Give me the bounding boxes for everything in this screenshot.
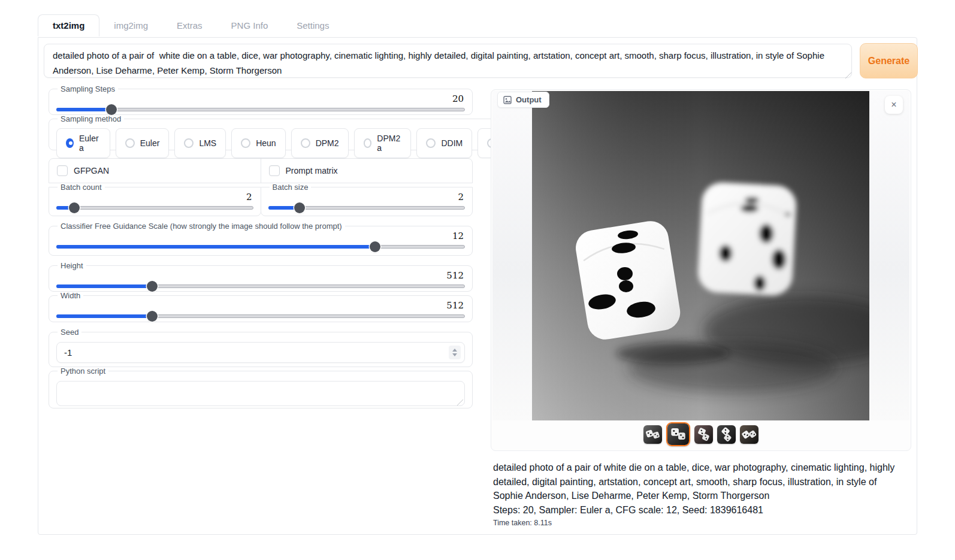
height-slider[interactable] [56, 281, 465, 292]
slider-thumb[interactable] [370, 241, 380, 252]
close-icon[interactable]: × [885, 96, 903, 114]
sampling-method-label: Sampling method [58, 114, 124, 123]
radio-dpm2-a[interactable]: DPM2 a [354, 128, 412, 158]
tab-img2img[interactable]: img2img [99, 15, 162, 36]
width-value: 512 [446, 300, 464, 311]
caption-prompt: detailed photo of a pair of white die on… [493, 461, 908, 503]
gallery-right-pad [869, 91, 909, 420]
radio-label: DPM2 [316, 138, 339, 148]
output-image[interactable] [532, 91, 869, 420]
radio-label: Euler [140, 138, 160, 148]
radio-icon[interactable] [241, 138, 250, 148]
gallery-left-pad [492, 91, 532, 420]
radio-lms[interactable]: LMS [174, 128, 226, 158]
thumbnail-3[interactable] [694, 425, 713, 444]
gfpgan-label: GFPGAN [74, 166, 109, 175]
slider-thumb[interactable] [294, 202, 305, 213]
image-icon [503, 96, 512, 104]
radio-euler[interactable]: Euler [116, 128, 170, 158]
tab-bar: txt2img img2img Extras PNG Info Settings [38, 14, 343, 36]
radio-dpm2[interactable]: DPM2 [291, 128, 349, 158]
radio-label: DDIM [441, 138, 463, 148]
cfg-scale-value: 12 [452, 231, 464, 241]
spinner-up-icon[interactable] [452, 349, 457, 352]
thumbnail-4[interactable] [717, 425, 736, 444]
caption-time: Time taken: 8.11s [493, 519, 908, 527]
python-script-input[interactable] [56, 381, 465, 406]
seed-field: Seed [49, 328, 473, 367]
sampling-method-field: Sampling method Euler aEulerLMSHeunDPM2D… [49, 114, 542, 150]
batch-count-field: Batch count 2 [49, 183, 261, 216]
batch-size-slider[interactable] [268, 202, 466, 213]
output-panel: Output × [491, 89, 911, 451]
height-field: Height 512 [49, 261, 473, 292]
radio-label: Heun [256, 138, 276, 148]
cfg-scale-slider[interactable] [56, 241, 465, 252]
sampling-steps-label: Sampling Steps [58, 84, 118, 93]
width-field: Width 512 [49, 291, 473, 322]
batch-count-slider[interactable] [56, 202, 253, 213]
thumbnail-strip [491, 422, 911, 446]
flags-batch-group: GFPGAN Prompt matrix Batch count 2 [49, 158, 473, 216]
radio-euler-a[interactable]: Euler a [56, 128, 110, 158]
radio-label: DPM2 a [377, 134, 401, 153]
python-script-field: Python script [49, 367, 473, 408]
cfg-group: Classifier Free Guidance Scale (how stro… [49, 222, 473, 256]
radio-label: LMS [199, 138, 216, 148]
radio-label: Euler a [79, 134, 101, 153]
batch-size-field: Batch size 2 [261, 183, 473, 216]
cfg-scale-label: Classifier Free Guidance Scale (how stro… [58, 222, 345, 231]
checkbox-icon[interactable] [269, 165, 280, 176]
radio-icon[interactable] [184, 138, 194, 148]
output-label: Output [516, 95, 542, 104]
checkbox-icon[interactable] [57, 165, 68, 176]
radio-heun[interactable]: Heun [231, 128, 285, 158]
output-label-chip: Output [497, 92, 549, 108]
batch-size-label: Batch size [270, 183, 312, 192]
height-label: Height [58, 261, 86, 270]
batch-size-value: 2 [458, 192, 464, 202]
sampling-steps-field: Sampling Steps 20 [49, 84, 473, 115]
checkbox-panel: GFPGAN Prompt matrix [49, 158, 473, 183]
tab-txt2img[interactable]: txt2img [38, 14, 99, 37]
sampling-steps-slider[interactable] [56, 104, 465, 115]
slider-thumb[interactable] [147, 311, 158, 322]
radio-icon[interactable] [426, 138, 436, 148]
spinner-down-icon[interactable] [452, 353, 457, 356]
tab-content: detailed photo of a pair of white die on… [38, 37, 917, 535]
sampling-steps-value: 20 [452, 93, 464, 104]
batch-count-value: 2 [246, 192, 252, 202]
prompt-matrix-label: Prompt matrix [286, 166, 338, 175]
slider-thumb[interactable] [106, 104, 117, 115]
gfpgan-checkbox[interactable]: GFPGAN [49, 159, 261, 183]
tab-extras[interactable]: Extras [162, 15, 217, 36]
radio-ddim[interactable]: DDIM [416, 128, 472, 158]
batch-count-label: Batch count [58, 183, 105, 192]
seed-label: Seed [58, 328, 81, 337]
prompt-input[interactable]: detailed photo of a pair of white die on… [44, 44, 852, 78]
seed-script-group: Seed Python script [49, 328, 473, 408]
prompt-matrix-checkbox[interactable]: Prompt matrix [261, 159, 473, 183]
generate-button[interactable]: Generate [860, 43, 918, 78]
thumbnail-1[interactable] [643, 425, 662, 444]
slider-thumb[interactable] [147, 281, 158, 292]
thumbnail-5[interactable] [740, 425, 758, 444]
width-slider[interactable] [56, 311, 465, 322]
sampling-group: Sampling Steps 20 Sampling method Euler … [49, 84, 473, 150]
python-script-label: Python script [58, 367, 108, 376]
radio-icon[interactable] [125, 138, 135, 148]
tab-settings[interactable]: Settings [282, 15, 343, 36]
radio-icon[interactable] [66, 138, 74, 148]
height-value: 512 [446, 270, 464, 281]
batch-row: Batch count 2 Batch size 2 [49, 183, 473, 216]
radio-icon[interactable] [301, 138, 310, 148]
slider-thumb[interactable] [69, 202, 80, 213]
sampling-method-options: Euler aEulerLMSHeunDPM2DPM2 aDDIMPLMS [56, 128, 534, 158]
caption-params: Steps: 20, Sampler: Euler a, CFG scale: … [493, 503, 908, 517]
thumbnail-2[interactable] [666, 422, 690, 446]
radio-icon[interactable] [364, 138, 372, 148]
seed-input[interactable] [56, 342, 465, 363]
size-group: Height 512 Width 512 [49, 261, 473, 322]
tab-png-info[interactable]: PNG Info [217, 15, 283, 36]
seed-spinner[interactable] [449, 346, 461, 359]
